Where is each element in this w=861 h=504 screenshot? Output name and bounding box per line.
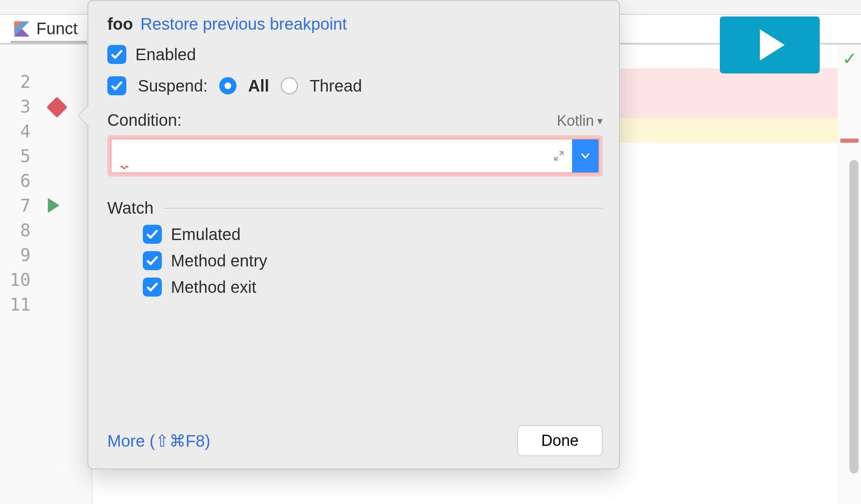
ruler-mark[interactable] <box>840 139 859 143</box>
kotlin-file-icon <box>13 20 31 38</box>
breakpoint-title: foo <box>107 15 133 33</box>
condition-history-dropdown[interactable] <box>572 139 598 172</box>
scrollbar-thumb[interactable] <box>849 160 859 473</box>
enabled-label: Enabled <box>135 45 196 64</box>
line-number: 3 <box>7 97 31 117</box>
run-button[interactable] <box>720 16 820 73</box>
expand-icon[interactable] <box>546 139 572 172</box>
watch-emulated-label: Emulated <box>171 225 241 244</box>
watch-section-title: Watch <box>107 199 154 217</box>
line-number: 6 <box>7 171 31 191</box>
watch-method-exit-checkbox[interactable] <box>143 278 162 297</box>
breakpoint-icon[interactable] <box>47 97 68 118</box>
suspend-checkbox[interactable] <box>107 76 126 95</box>
line-number: 4 <box>7 121 31 141</box>
condition-language-value: Kotlin <box>557 112 594 130</box>
popover-pointer <box>78 105 89 126</box>
watch-method-entry-label: Method entry <box>171 252 267 270</box>
overview-ruler: ✓ <box>838 45 861 504</box>
line-number: 5 <box>7 146 31 166</box>
condition-input[interactable] <box>111 139 546 172</box>
restore-previous-link[interactable]: Restore previous breakpoint <box>140 15 347 33</box>
line-number: 9 <box>7 245 31 265</box>
run-gutter-icon[interactable] <box>48 198 59 213</box>
suspend-thread-label: Thread <box>310 77 362 95</box>
line-number: 11 <box>7 294 31 315</box>
watch-method-exit-label: Method exit <box>171 278 256 297</box>
watch-emulated-checkbox[interactable] <box>143 225 162 244</box>
file-tab-label: Funct <box>36 19 78 38</box>
breakpoint-popover: foo Restore previous breakpoint Enabled … <box>88 0 620 469</box>
section-divider <box>163 208 603 209</box>
more-link[interactable]: More (⇧⌘F8) <box>107 431 211 450</box>
suspend-label: Suspend: <box>138 77 208 95</box>
condition-field-highlight <box>107 135 603 177</box>
done-button[interactable]: Done <box>517 425 603 456</box>
enabled-checkbox[interactable] <box>107 45 126 64</box>
line-number: 2 <box>7 72 31 92</box>
line-number: 7 <box>7 195 31 216</box>
watch-method-entry-checkbox[interactable] <box>143 251 162 270</box>
suspend-all-label: All <box>248 77 269 95</box>
line-number: 10 <box>7 270 31 290</box>
condition-label: Condition: <box>107 111 182 130</box>
file-tab[interactable]: Funct <box>11 16 87 43</box>
line-number: 8 <box>7 220 31 240</box>
caret-down-icon: ▾ <box>597 115 603 127</box>
play-icon <box>760 29 785 61</box>
suspend-all-radio[interactable] <box>219 77 237 94</box>
suspend-thread-radio[interactable] <box>281 77 298 94</box>
status-ok-icon: ✓ <box>842 49 857 69</box>
condition-language-dropdown[interactable]: Kotlin ▾ <box>557 112 603 130</box>
